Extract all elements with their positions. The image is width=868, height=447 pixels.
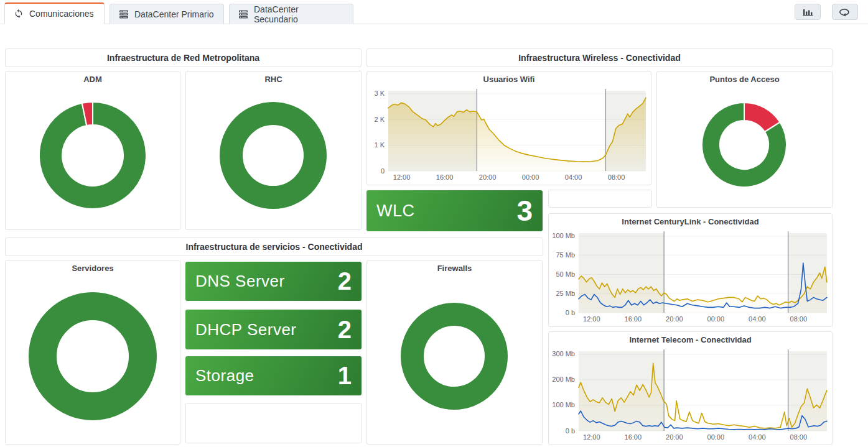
refresh-loop-icon <box>839 7 851 17</box>
sync-icon <box>14 9 24 19</box>
usuarios-wifi-panel: Usuarios Wifi 01 K2 K3 K12:0016:0020:000… <box>366 71 651 185</box>
svg-text:08:00: 08:00 <box>608 173 625 181</box>
internet-centurylink-chart: 0 b25 Mb50 Mb75 Mb100 Mb12:0016:0020:000… <box>549 229 832 325</box>
panel-title[interactable]: ADM <box>6 71 180 86</box>
svg-text:0 b: 0 b <box>566 309 575 316</box>
svg-text:00:00: 00:00 <box>707 315 725 323</box>
svg-text:3 K: 3 K <box>374 90 385 97</box>
svg-text:08:00: 08:00 <box>790 315 808 323</box>
section-header-text: Infraestructura de Red Metropolitana <box>107 53 259 63</box>
tab-label: DataCenter Primario <box>134 9 214 19</box>
svg-text:300 Mb: 300 Mb <box>552 350 575 357</box>
section-header-servicios: Infraestructura de servicios - Conectivi… <box>5 237 543 256</box>
internet-telecom-chart: 0 b100 Mb200 Mb300 Mb12:0016:0020:0000:0… <box>549 347 832 443</box>
svg-text:100 Mb: 100 Mb <box>552 232 575 239</box>
storage-stat-panel: Storage 1 <box>185 356 362 395</box>
dns-server-stat-panel: DNS Server 2 <box>185 262 362 301</box>
internet-telecom-panel: Internet Telecom - Conectividad 0 b100 M… <box>548 331 833 445</box>
svg-text:0: 0 <box>381 167 385 175</box>
svg-text:16:00: 16:00 <box>625 433 642 441</box>
panel-title[interactable]: Firewalls <box>367 260 542 275</box>
stat-value: 2 <box>338 316 352 344</box>
svg-text:25 Mb: 25 Mb <box>556 290 575 297</box>
refresh-loop-button[interactable] <box>832 4 858 20</box>
svg-text:00:00: 00:00 <box>707 433 725 441</box>
adm-panel: ADM <box>5 71 180 230</box>
section-header-text: Infraestructura de servicios - Conectivi… <box>186 242 363 252</box>
svg-text:16:00: 16:00 <box>625 315 642 323</box>
tab-label: Comunicaciones <box>29 9 94 19</box>
svg-text:20:00: 20:00 <box>666 433 683 441</box>
svg-text:12:00: 12:00 <box>583 315 600 323</box>
puntos-de-acceso-panel: Puntos de Acceso <box>656 71 833 208</box>
panel-title[interactable]: Usuarios Wifi <box>367 71 651 86</box>
svg-text:75 Mb: 75 Mb <box>556 251 575 259</box>
datacenter-icon <box>119 9 129 19</box>
firewalls-donut-chart <box>367 275 542 444</box>
panel-title[interactable]: Internet Telecom - Conectividad <box>549 332 832 347</box>
svg-text:20:00: 20:00 <box>479 173 497 181</box>
svg-text:04:00: 04:00 <box>565 173 582 181</box>
svg-text:08:00: 08:00 <box>790 433 808 441</box>
empty-panel-servicios <box>185 403 362 443</box>
svg-text:20:00: 20:00 <box>666 315 683 323</box>
svg-text:04:00: 04:00 <box>749 433 766 441</box>
svg-text:1 K: 1 K <box>374 141 385 149</box>
bar-chart-button[interactable] <box>795 4 821 20</box>
internet-centurylink-panel: Internet CenturyLink - Conectividad 0 b2… <box>548 213 833 327</box>
panel-title[interactable]: Internet CenturyLink - Conectividad <box>549 214 832 229</box>
stat-value: 2 <box>338 267 352 295</box>
puntos-de-acceso-donut-chart <box>657 86 832 207</box>
usuarios-wifi-chart: 01 K2 K3 K12:0016:0020:0000:0004:0008:00 <box>367 86 651 183</box>
firewalls-panel: Firewalls <box>366 260 543 445</box>
stat-label: WLC <box>376 201 415 221</box>
svg-text:00:00: 00:00 <box>522 173 539 181</box>
stat-label: DHCP Server <box>195 320 297 339</box>
stat-value: 3 <box>516 194 533 228</box>
panel-title[interactable]: RHC <box>186 71 361 86</box>
svg-text:0 b: 0 b <box>566 427 575 435</box>
panel-title[interactable]: Servidores <box>6 260 180 275</box>
servidores-donut-chart <box>6 275 180 444</box>
svg-text:12:00: 12:00 <box>393 173 411 181</box>
adm-donut-chart <box>6 86 180 229</box>
section-header-metro: Infraestructura de Red Metropolitana <box>5 48 362 67</box>
servidores-panel: Servidores <box>5 260 180 445</box>
rhc-donut-chart <box>186 86 361 229</box>
bar-chart-icon <box>803 7 813 17</box>
tab-datacenter-secundario[interactable]: DataCenter Secundario <box>229 4 353 24</box>
stat-label: Storage <box>195 366 254 385</box>
wlc-stat-panel: WLC 3 <box>366 190 543 231</box>
stat-value: 1 <box>338 362 352 390</box>
svg-text:2 K: 2 K <box>374 116 385 123</box>
stat-label: DNS Server <box>195 272 285 291</box>
tab-bar: Comunicaciones DataCenter Primario <box>0 0 868 24</box>
datacenter-icon <box>238 9 248 19</box>
panel-title[interactable]: Puntos de Acceso <box>657 71 832 86</box>
rhc-panel: RHC <box>185 71 362 230</box>
svg-text:100 Mb: 100 Mb <box>552 401 575 408</box>
tab-label: DataCenter Secundario <box>254 4 344 24</box>
section-header-wireless: Infraestructura Wireless - Conectividad <box>366 48 833 67</box>
svg-text:04:00: 04:00 <box>749 315 766 323</box>
dashboard-root: { "tabs": [ {"label": "Comunicaciones", … <box>0 0 868 447</box>
svg-text:16:00: 16:00 <box>436 173 454 181</box>
svg-text:12:00: 12:00 <box>583 433 600 441</box>
tab-datacenter-primario[interactable]: DataCenter Primario <box>110 4 224 24</box>
svg-text:50 Mb: 50 Mb <box>556 270 575 278</box>
tab-comunicaciones[interactable]: Comunicaciones <box>4 2 105 24</box>
svg-text:200 Mb: 200 Mb <box>552 376 575 383</box>
dhcp-server-stat-panel: DHCP Server 2 <box>185 310 362 349</box>
empty-panel-wireless <box>548 190 652 208</box>
section-header-text: Infraestructura Wireless - Conectividad <box>518 53 681 63</box>
